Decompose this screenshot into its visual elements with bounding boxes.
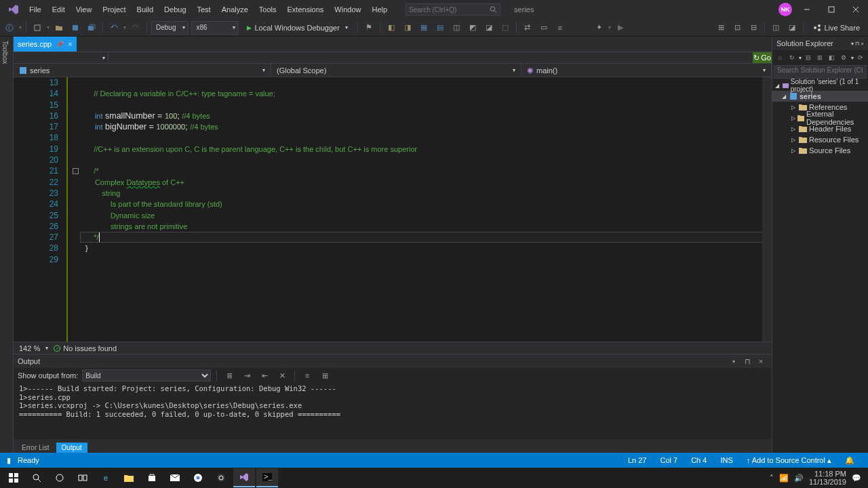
tool-button[interactable]: ⚑ xyxy=(362,21,376,35)
menu-window[interactable]: Window xyxy=(330,3,366,16)
menu-build[interactable]: Build xyxy=(132,3,158,16)
func-context[interactable]: ◉ main() ▾ xyxy=(521,64,772,77)
close-tab-icon[interactable]: × xyxy=(68,40,72,48)
new-item-button[interactable] xyxy=(31,21,44,35)
pin-icon[interactable]: 📌 xyxy=(56,41,64,48)
menu-debug[interactable]: Debug xyxy=(159,3,191,16)
system-tray[interactable]: ˄ 📶 🔊 11:18 PM 11/13/2019 💬 xyxy=(770,470,865,486)
redo-button[interactable] xyxy=(129,21,142,35)
tool-button[interactable]: ◨ xyxy=(401,21,414,35)
menu-view[interactable]: View xyxy=(71,3,97,16)
solution-search-input[interactable] xyxy=(777,66,863,74)
output-text[interactable]: 1>------ Build started: Project: series,… xyxy=(14,383,772,439)
file-tab-active[interactable]: series.cpp 📌 × xyxy=(14,37,77,52)
notifications-icon[interactable]: 🔔 xyxy=(838,456,861,465)
menu-extensions[interactable]: Extensions xyxy=(283,3,329,16)
menu-file[interactable]: File xyxy=(24,3,46,16)
dropdown-icon[interactable]: ▾ xyxy=(727,354,741,368)
project-context[interactable]: series ▾ xyxy=(14,64,271,77)
back-button[interactable] xyxy=(3,21,16,35)
user-avatar[interactable]: NK xyxy=(778,3,792,16)
menu-project[interactable]: Project xyxy=(98,3,130,16)
code-editor[interactable]: 1314151617181920212223242526272829 - // … xyxy=(14,77,772,342)
error-list-tab[interactable]: Error List xyxy=(16,443,55,453)
tool-button[interactable]: ⟳ xyxy=(856,52,865,63)
output-tab[interactable]: Output xyxy=(56,443,87,453)
tool-button[interactable]: ≣ xyxy=(222,369,236,382)
taskview-icon[interactable] xyxy=(72,468,94,487)
clock-time[interactable]: 11:18 PM xyxy=(809,470,846,478)
tool-button[interactable]: ⇤ xyxy=(258,369,271,382)
tool-button[interactable]: ▤ xyxy=(433,21,447,35)
tool-button[interactable]: ▶ xyxy=(614,21,627,35)
search-box[interactable] xyxy=(406,3,500,16)
tool-button[interactable]: ⊟ xyxy=(804,52,813,63)
menu-analyze[interactable]: Analyze xyxy=(217,3,253,16)
tool-button[interactable]: ⇄ xyxy=(521,21,534,35)
start-button[interactable] xyxy=(3,468,24,487)
tool-button[interactable]: ⊞ xyxy=(815,52,825,63)
status-char[interactable]: Ch 4 xyxy=(684,456,713,464)
status-col[interactable]: Col 7 xyxy=(653,456,684,464)
tool-button[interactable]: ◫ xyxy=(450,21,463,35)
menu-edit[interactable]: Edit xyxy=(47,3,70,16)
tree-item[interactable]: ▷Source Files xyxy=(772,145,868,156)
tool-button[interactable]: ≡ xyxy=(300,369,314,382)
cortana-icon[interactable] xyxy=(49,468,71,487)
status-ins[interactable]: INS xyxy=(713,456,739,464)
solution-search[interactable] xyxy=(774,65,867,79)
obs-icon[interactable] xyxy=(210,468,232,487)
tool-button[interactable]: ✦ xyxy=(592,21,606,35)
tree-item[interactable]: ▷External Dependencies xyxy=(772,113,868,123)
tool-button[interactable]: ◧ xyxy=(384,21,398,35)
vs-taskbar-icon[interactable] xyxy=(233,468,255,487)
config-dropdown[interactable]: Debug xyxy=(151,21,189,35)
clear-button[interactable]: ✕ xyxy=(275,369,289,382)
store-icon[interactable] xyxy=(141,468,163,487)
tray-chevron-icon[interactable]: ˄ xyxy=(770,474,774,483)
save-all-button[interactable] xyxy=(85,21,98,35)
tool-button[interactable]: ◧ xyxy=(827,52,837,63)
close-panel-icon[interactable]: × xyxy=(754,354,768,368)
notifications-tray-icon[interactable]: 💬 xyxy=(852,474,861,483)
tree-item[interactable]: ▷Resource Files xyxy=(772,134,868,145)
tool-button[interactable]: ▦ xyxy=(417,21,431,35)
tool-button[interactable]: ⇥ xyxy=(240,369,254,382)
mail-icon[interactable] xyxy=(164,468,186,487)
tool-button[interactable]: ◪ xyxy=(785,21,799,35)
issues-indicator[interactable]: ✓ No issues found xyxy=(54,344,117,352)
go-button[interactable]: ↻Go xyxy=(753,52,772,63)
toolbox-tab[interactable]: Toolbox xyxy=(0,37,10,68)
tool-button[interactable]: ◩ xyxy=(466,21,479,35)
scroll-track[interactable] xyxy=(762,77,772,342)
clock-date[interactable]: 11/13/2019 xyxy=(809,478,846,486)
maximize-button[interactable] xyxy=(822,3,841,16)
search-taskbar-icon[interactable] xyxy=(26,468,47,487)
menu-tools[interactable]: Tools xyxy=(254,3,281,16)
platform-dropdown[interactable]: x86 xyxy=(191,21,239,35)
solution-node[interactable]: ◢ Solution 'series' (1 of 1 project) xyxy=(772,80,868,91)
solution-tree[interactable]: ◢ Solution 'series' (1 of 1 project) ◢ s… xyxy=(772,79,868,453)
scope-context[interactable]: (Global Scope) ▾ xyxy=(271,64,521,77)
tool-button[interactable]: ⊟ xyxy=(747,21,760,35)
tool-button[interactable]: ⚙ xyxy=(839,52,848,63)
chrome-icon[interactable] xyxy=(187,468,209,487)
zoom-level[interactable]: 142 % xyxy=(19,344,40,352)
tool-button[interactable]: ≡ xyxy=(553,21,567,35)
tool-button[interactable]: ⊞ xyxy=(318,369,332,382)
pin-icon[interactable]: ⊓ xyxy=(741,354,754,368)
status-line[interactable]: Ln 27 xyxy=(621,456,654,464)
undo-button[interactable] xyxy=(107,21,121,35)
explorer-icon[interactable] xyxy=(118,468,140,487)
terminal-icon[interactable]: >_ xyxy=(256,468,278,487)
live-share-button[interactable]: Live Share xyxy=(808,24,865,32)
tool-button[interactable]: ↻ xyxy=(787,52,796,63)
save-button[interactable] xyxy=(68,21,82,35)
add-source-control[interactable]: ↑ Add to Source Control ▴ xyxy=(740,456,838,465)
output-source-dropdown[interactable]: Build xyxy=(82,369,211,382)
tool-button[interactable]: ▭ xyxy=(537,21,551,35)
edge-icon[interactable]: e xyxy=(95,468,117,487)
tool-button[interactable]: ⊞ xyxy=(714,21,728,35)
search-input[interactable] xyxy=(409,6,490,14)
start-debug-button[interactable]: ▶ Local Windows Debugger ▾ xyxy=(241,21,353,35)
